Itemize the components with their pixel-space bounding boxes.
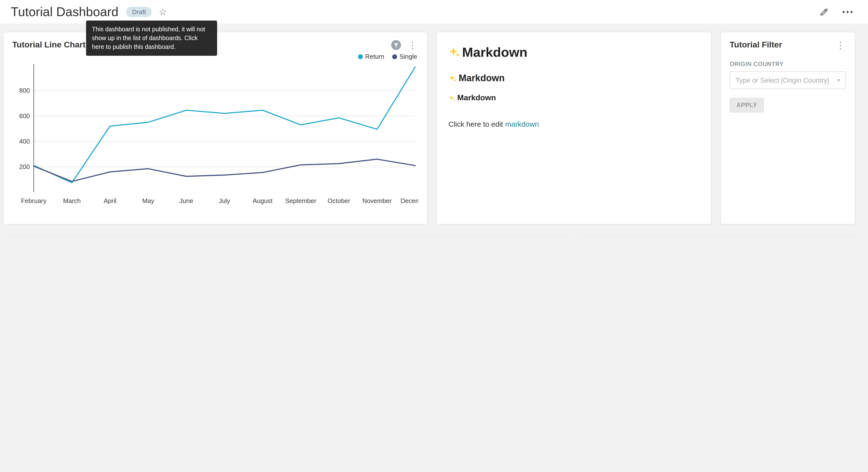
star-icon[interactable]: ☆ — [159, 6, 167, 18]
x-tick-label: October — [328, 197, 350, 204]
markdown-paragraph: Click here to edit markdown — [448, 120, 699, 128]
table-card: Tutorial Table ⋮ Travel Class⇅COUNT(*)⇅S… — [577, 235, 855, 236]
x-tick-label: November — [362, 197, 392, 204]
apply-button[interactable]: APPLY — [730, 98, 764, 113]
edit-prefix-text: Click here to edit — [448, 120, 505, 128]
x-tick-label: September — [285, 197, 316, 204]
x-tick-label: February — [21, 197, 46, 204]
markdown-edit-link[interactable]: markdown — [505, 120, 539, 128]
legend-item[interactable]: Return — [358, 53, 384, 60]
line-chart: 200400600800FebruaryMarchAprilMayJuneJul… — [12, 61, 418, 217]
filter-icon[interactable] — [391, 40, 401, 50]
dashboard-header: Tutorial Dashboard Draft ☆ ⋯ — [0, 0, 868, 24]
legend-dot — [392, 54, 397, 59]
filter-card-title: Tutorial Filter — [730, 40, 782, 50]
sparkles-icon — [448, 95, 455, 102]
y-tick-label: 800 — [19, 87, 30, 94]
dashboard-row-top: Tutorial Line Chart ⋮ ReturnSingle 20040… — [0, 32, 868, 225]
x-tick-label: July — [219, 197, 230, 204]
kebab-icon[interactable]: ⋮ — [835, 40, 846, 50]
x-tick-label: March — [63, 197, 81, 204]
y-tick-label: 600 — [19, 112, 30, 120]
y-tick-label: 200 — [19, 163, 30, 171]
markdown-h3: Markdown — [448, 93, 699, 102]
markdown-card: Markdown Markdown Markdown Click here to… — [436, 32, 712, 225]
markdown-h3-text: Markdown — [457, 93, 496, 102]
draft-badge[interactable]: Draft — [126, 7, 152, 17]
line-chart-card: Tutorial Line Chart ⋮ ReturnSingle 20040… — [3, 32, 427, 225]
markdown-h2: Markdown — [448, 73, 699, 84]
markdown-h1-text: Markdown — [462, 45, 527, 60]
dashboard-page: Tutorial Dashboard Draft ☆ ⋯ This dashbo… — [0, 0, 868, 236]
line-series-single — [34, 159, 415, 181]
origin-country-select[interactable]: Type or Select [Origin Country] ▾ — [730, 71, 846, 89]
select-placeholder: Type or Select [Origin Country] — [736, 76, 829, 84]
x-tick-label: December — [401, 197, 418, 204]
edit-icon[interactable] — [819, 7, 829, 17]
markdown-h1: Markdown — [448, 45, 699, 60]
dashboard-row-bottom: Tutorial Pivot Chart ⋮ SUM(Cost)Departme… — [0, 235, 868, 236]
legend-label: Single — [400, 53, 417, 60]
sparkles-icon — [448, 75, 457, 83]
origin-country-label: ORIGIN COUNTRY — [730, 61, 846, 67]
markdown-h2-text: Markdown — [459, 73, 505, 83]
legend-item[interactable]: Single — [392, 53, 417, 60]
filter-card: Tutorial Filter ⋮ ORIGIN COUNTRY Type or… — [720, 32, 855, 225]
publish-tooltip: This dashboard is not published, it will… — [86, 21, 217, 56]
x-tick-label: August — [253, 197, 273, 204]
legend-dot — [358, 54, 363, 59]
line-series-return — [34, 67, 415, 183]
line-chart-title: Tutorial Line Chart — [12, 40, 86, 50]
pivot-chart-card: Tutorial Pivot Chart ⋮ SUM(Cost)Departme… — [3, 235, 568, 236]
x-tick-label: May — [142, 197, 154, 204]
legend-label: Return — [365, 53, 384, 60]
x-tick-label: June — [180, 197, 193, 204]
y-tick-label: 400 — [19, 138, 30, 145]
more-icon[interactable]: ⋯ — [842, 6, 853, 18]
kebab-icon[interactable]: ⋮ — [407, 40, 418, 50]
caret-down-icon: ▾ — [837, 77, 840, 84]
sparkles-icon — [448, 47, 460, 58]
x-tick-label: April — [104, 197, 116, 204]
page-title: Tutorial Dashboard — [11, 4, 118, 19]
